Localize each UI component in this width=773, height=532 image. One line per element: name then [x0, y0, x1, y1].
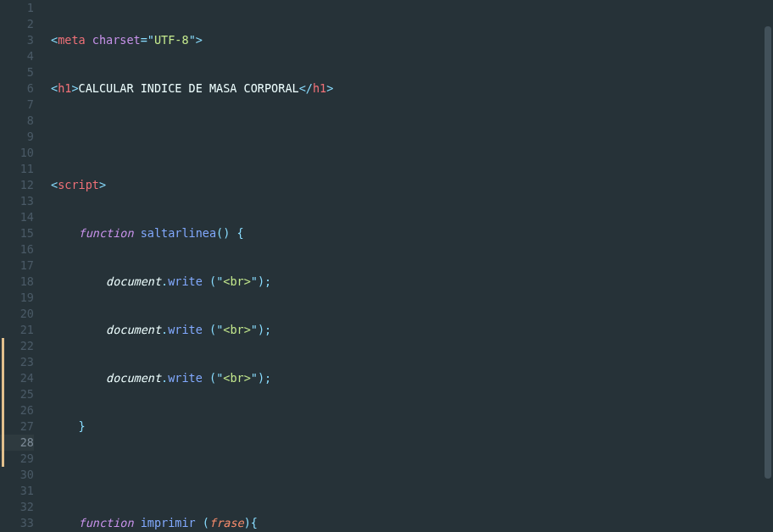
line-number: 22 — [0, 338, 34, 354]
code-line: <script> — [51, 177, 773, 193]
line-number: 20 — [0, 306, 34, 322]
scrollbar-thumb[interactable] — [765, 26, 771, 479]
line-number: 1 — [0, 0, 34, 16]
line-number: 29 — [0, 451, 34, 467]
code-line: function imprimir (frase){ — [51, 515, 773, 531]
code-line: document.write ("<br>"); — [51, 322, 773, 338]
modified-line-indicator — [2, 354, 4, 370]
line-number: 2 — [0, 16, 34, 32]
line-number: 8 — [0, 113, 34, 129]
line-number: 6 — [0, 80, 34, 97]
line-number: 26 — [0, 402, 34, 418]
code-line: function saltarlinea() { — [51, 225, 773, 241]
line-number: 18 — [0, 274, 34, 290]
modified-line-indicator — [2, 402, 4, 418]
modified-line-indicator — [2, 386, 4, 402]
line-number: 11 — [0, 161, 34, 177]
line-number: 16 — [0, 241, 34, 258]
modified-line-indicator — [2, 338, 4, 354]
code-area[interactable]: <meta charset="UTF-8"> <h1>CALCULAR INDI… — [47, 0, 773, 532]
line-number: 28 — [0, 435, 34, 451]
modified-line-indicator — [2, 451, 4, 467]
line-number: 12 — [0, 177, 34, 193]
line-number: 14 — [0, 209, 34, 225]
line-number: 17 — [0, 258, 34, 274]
line-number: 4 — [0, 48, 34, 64]
code-line: <h1>CALCULAR INDICE DE MASA CORPORAL</h1… — [51, 80, 773, 97]
line-number: 13 — [0, 193, 34, 209]
line-number: 30 — [0, 467, 34, 483]
code-line: document.write ("<br>"); — [51, 370, 773, 386]
line-number: 27 — [0, 418, 34, 435]
code-editor[interactable]: 1234567891011121314151617181920212223242… — [0, 0, 773, 532]
line-number: 3 — [0, 32, 34, 48]
code-line — [51, 467, 773, 483]
code-line: <meta charset="UTF-8"> — [51, 32, 773, 48]
modified-line-indicator — [2, 370, 4, 386]
line-number: 23 — [0, 354, 34, 370]
line-number: 21 — [0, 322, 34, 338]
scrollbar-vertical[interactable] — [763, 0, 773, 532]
line-number: 15 — [0, 225, 34, 241]
line-number: 10 — [0, 145, 34, 161]
line-number: 9 — [0, 129, 34, 145]
line-number: 25 — [0, 386, 34, 402]
line-number: 19 — [0, 290, 34, 306]
line-number: 7 — [0, 97, 34, 113]
modified-line-indicator — [2, 418, 4, 435]
line-number-gutter: 1234567891011121314151617181920212223242… — [0, 0, 47, 532]
line-number: 33 — [0, 515, 34, 531]
code-line: } — [51, 418, 773, 435]
line-number: 24 — [0, 370, 34, 386]
code-line: document.write ("<br>"); — [51, 274, 773, 290]
line-number: 32 — [0, 499, 34, 515]
modified-line-indicator — [2, 435, 4, 451]
line-number: 31 — [0, 483, 34, 499]
line-number: 5 — [0, 64, 34, 80]
code-line — [51, 129, 773, 145]
